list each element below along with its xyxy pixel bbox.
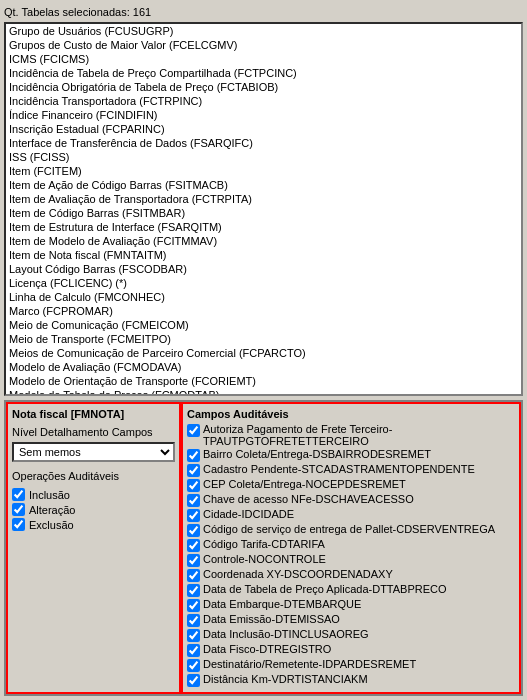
audit-field-label: Data Emissão-DTEMISSAO bbox=[203, 613, 340, 625]
audit-field-label: Data de Tabela de Preço Aplicada-DTTABPR… bbox=[203, 583, 447, 595]
list-item[interactable]: Meio de Comunicação (FCMEICOM) bbox=[6, 318, 521, 332]
audit-field-label: Coordenada XY-DSCOORDENADAXY bbox=[203, 568, 393, 580]
audit-checkbox[interactable] bbox=[187, 674, 200, 687]
ops-checkbox-label: Inclusão bbox=[29, 489, 70, 501]
audit-field-label: Data Inclusão-DTINCLUSAOREG bbox=[203, 628, 369, 640]
audit-field-label: Cidade-IDCIDADE bbox=[203, 508, 294, 520]
audit-field-item[interactable]: Bairro Coleta/Entrega-DSBAIRRODESREMET bbox=[187, 448, 515, 462]
audit-fields-list: Autoriza Pagamento de Frete Terceiro-TPA… bbox=[187, 423, 515, 687]
audit-checkbox[interactable] bbox=[187, 569, 200, 582]
ops-checkbox[interactable] bbox=[12, 503, 25, 516]
ops-checkbox-item[interactable]: Inclusão bbox=[12, 488, 175, 501]
audit-checkbox[interactable] bbox=[187, 614, 200, 627]
list-item[interactable]: Meio de Transporte (FCMEITPO) bbox=[6, 332, 521, 346]
list-item[interactable]: Incidência Obrigatória de Tabela de Preç… bbox=[6, 80, 521, 94]
ops-checkbox-item[interactable]: Exclusão bbox=[12, 518, 175, 531]
audit-checkbox[interactable] bbox=[187, 599, 200, 612]
audit-field-item[interactable]: Coordenada XY-DSCOORDENADAXY bbox=[187, 568, 515, 582]
audit-checkbox[interactable] bbox=[187, 424, 200, 437]
ops-checkboxes: InclusãoAlteraçãoExclusão bbox=[12, 488, 175, 531]
audit-checkbox[interactable] bbox=[187, 659, 200, 672]
list-item[interactable]: Inscrição Estadual (FCPARINC) bbox=[6, 122, 521, 136]
audit-field-label: CEP Coleta/Entrega-NOCEPDESREMET bbox=[203, 478, 406, 490]
audit-field-label: Código de serviço de entrega de Pallet-C… bbox=[203, 523, 495, 535]
header-label: Qt. Tabelas selecionadas: 161 bbox=[4, 4, 523, 22]
audit-field-item[interactable]: Controle-NOCONTROLE bbox=[187, 553, 515, 567]
list-item[interactable]: Item de Estrutura de Interface (FSARQITM… bbox=[6, 220, 521, 234]
audit-field-item[interactable]: Data Fisco-DTREGISTRO bbox=[187, 643, 515, 657]
audit-field-label: Data Fisco-DTREGISTRO bbox=[203, 643, 331, 655]
audit-field-item[interactable]: Data Inclusão-DTINCLUSAOREG bbox=[187, 628, 515, 642]
audit-field-item[interactable]: Data Emissão-DTEMISSAO bbox=[187, 613, 515, 627]
audit-checkbox[interactable] bbox=[187, 449, 200, 462]
list-item[interactable]: ICMS (FCICMS) bbox=[6, 52, 521, 66]
list-item[interactable]: Incidência de Tabela de Preço Compartilh… bbox=[6, 66, 521, 80]
audit-field-item[interactable]: Cidade-IDCIDADE bbox=[187, 508, 515, 522]
list-item[interactable]: Incidência Transportadora (FCTRPINC) bbox=[6, 94, 521, 108]
list-item[interactable]: Layout Código Barras (FSCODBAR) bbox=[6, 262, 521, 276]
audit-field-item[interactable]: Data de Tabela de Preço Aplicada-DTTABPR… bbox=[187, 583, 515, 597]
audit-field-label: Destinatário/Remetente-IDPARDESREMET bbox=[203, 658, 416, 670]
audit-checkbox[interactable] bbox=[187, 554, 200, 567]
audit-field-label: Distância Km-VDRTISTANCIAKM bbox=[203, 673, 368, 685]
audit-field-item[interactable]: Distância Km-VDRTISTANCIAKM bbox=[187, 673, 515, 687]
audit-checkbox[interactable] bbox=[187, 494, 200, 507]
audit-checkbox[interactable] bbox=[187, 584, 200, 597]
audit-field-label: Data Embarque-DTEMBARQUE bbox=[203, 598, 361, 610]
list-item[interactable]: Item de Nota fiscal (FMNTAITM) bbox=[6, 248, 521, 262]
list-item[interactable]: Grupo de Usuários (FCUSUGRP) bbox=[6, 24, 521, 38]
list-item[interactable]: Item de Código Barras (FSITMBAR) bbox=[6, 206, 521, 220]
main-container: Qt. Tabelas selecionadas: 161 Grupo de U… bbox=[0, 0, 527, 700]
list-item[interactable]: Item de Modelo de Avaliação (FCITMMAV) bbox=[6, 234, 521, 248]
audit-checkbox[interactable] bbox=[187, 479, 200, 492]
audit-field-item[interactable]: Data Embarque-DTEMBARQUE bbox=[187, 598, 515, 612]
list-item[interactable]: Modelo de Tabela de Preços (FCMODTAB) bbox=[6, 388, 521, 396]
ops-checkbox[interactable] bbox=[12, 518, 25, 531]
list-item[interactable]: Meios de Comunicação de Parceiro Comerci… bbox=[6, 346, 521, 360]
list-item[interactable]: Marco (FCPROMAR) bbox=[6, 304, 521, 318]
right-panel: Campos Auditáveis Autoriza Pagamento de … bbox=[181, 402, 521, 694]
list-item[interactable]: Item de Avaliação de Transportadora (FCT… bbox=[6, 192, 521, 206]
bottom-panel: Nota fiscal [FMNOTA] Nível Detalhamento … bbox=[4, 400, 523, 696]
left-panel: Nota fiscal [FMNOTA] Nível Detalhamento … bbox=[6, 402, 181, 694]
audit-fields-title: Campos Auditáveis bbox=[187, 408, 515, 420]
ops-checkbox-label: Alteração bbox=[29, 504, 75, 516]
ops-checkbox-item[interactable]: Alteração bbox=[12, 503, 175, 516]
audit-field-label: Cadastro Pendente-STCADASTRAMENTOPENDENT… bbox=[203, 463, 475, 475]
list-item[interactable]: Interface de Transferência de Dados (FSA… bbox=[6, 136, 521, 150]
list-item[interactable]: Modelo de Orientação de Transporte (FCOR… bbox=[6, 374, 521, 388]
audit-field-item[interactable]: Código Tarifa-CDTARIFA bbox=[187, 538, 515, 552]
list-item[interactable]: Linha de Calculo (FMCONHEC) bbox=[6, 290, 521, 304]
audit-field-label: Controle-NOCONTROLE bbox=[203, 553, 326, 565]
audit-field-item[interactable]: CEP Coleta/Entrega-NOCEPDESREMET bbox=[187, 478, 515, 492]
audit-field-item[interactable]: Autoriza Pagamento de Frete Terceiro-TPA… bbox=[187, 423, 515, 447]
audit-checkbox[interactable] bbox=[187, 509, 200, 522]
list-item[interactable]: ISS (FCISS) bbox=[6, 150, 521, 164]
audit-checkbox[interactable] bbox=[187, 629, 200, 642]
audit-field-item[interactable]: Código de serviço de entrega de Pallet-C… bbox=[187, 523, 515, 537]
audit-checkbox[interactable] bbox=[187, 539, 200, 552]
detail-select[interactable]: Sem memosCom memosTodos bbox=[12, 442, 175, 462]
ops-label: Operações Auditáveis bbox=[12, 470, 175, 482]
list-item[interactable]: Item (FCITEM) bbox=[6, 164, 521, 178]
audit-field-item[interactable]: Chave de acesso NFe-DSCHAVEACESSO bbox=[187, 493, 515, 507]
table-list[interactable]: Grupo de Usuários (FCUSUGRP)Grupos de Cu… bbox=[4, 22, 523, 396]
audit-checkbox[interactable] bbox=[187, 464, 200, 477]
list-item[interactable]: Licença (FCLICENC) (*) bbox=[6, 276, 521, 290]
ops-checkbox[interactable] bbox=[12, 488, 25, 501]
audit-field-label: Autoriza Pagamento de Frete Terceiro-TPA… bbox=[203, 423, 515, 447]
audit-checkbox[interactable] bbox=[187, 524, 200, 537]
audit-field-item[interactable]: Cadastro Pendente-STCADASTRAMENTOPENDENT… bbox=[187, 463, 515, 477]
audit-field-label: Bairro Coleta/Entrega-DSBAIRRODESREMET bbox=[203, 448, 431, 460]
list-item[interactable]: Índice Financeiro (FCINDIFIN) bbox=[6, 108, 521, 122]
selected-table-title: Nota fiscal [FMNOTA] bbox=[12, 408, 175, 420]
audit-field-label: Código Tarifa-CDTARIFA bbox=[203, 538, 325, 550]
audit-field-label: Chave de acesso NFe-DSCHAVEACESSO bbox=[203, 493, 414, 505]
ops-checkbox-label: Exclusão bbox=[29, 519, 74, 531]
audit-field-item[interactable]: Destinatário/Remetente-IDPARDESREMET bbox=[187, 658, 515, 672]
list-item[interactable]: Grupos de Custo de Maior Valor (FCELCGMV… bbox=[6, 38, 521, 52]
list-item[interactable]: Item de Ação de Código Barras (FSITMACB) bbox=[6, 178, 521, 192]
audit-checkbox[interactable] bbox=[187, 644, 200, 657]
detail-label: Nível Detalhamento Campos bbox=[12, 426, 175, 438]
list-item[interactable]: Modelo de Avaliação (FCMODAVA) bbox=[6, 360, 521, 374]
